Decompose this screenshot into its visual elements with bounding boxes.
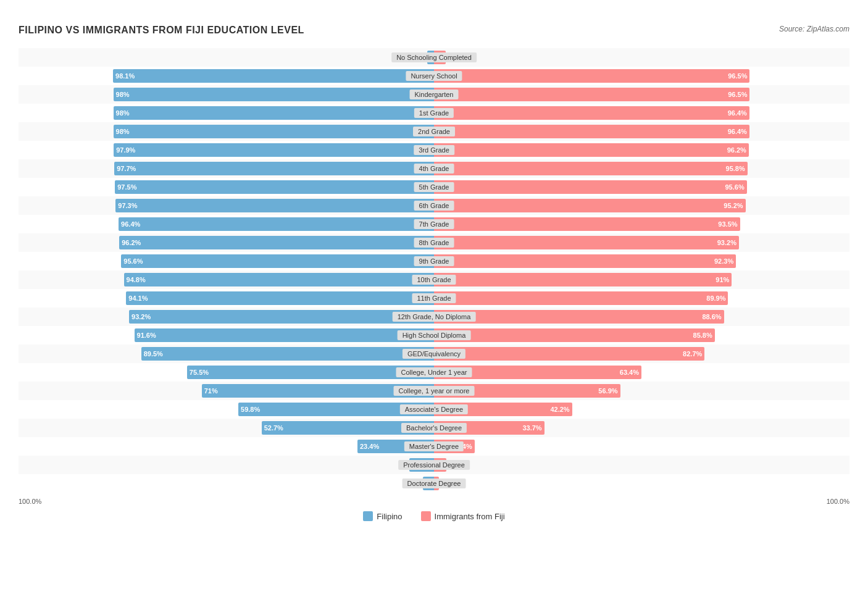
bar-value-right: 96.4% — [728, 128, 747, 135]
label-center: 7th Grade — [414, 219, 454, 229]
left-side: 94.8% — [19, 270, 434, 289]
left-side: 59.8% — [19, 400, 434, 419]
right-side: 3.7% — [434, 456, 849, 474]
label-center: GED/Equivalency — [403, 349, 465, 359]
left-side: 3.4% — [19, 474, 434, 493]
right-side: 96.2% — [434, 141, 849, 159]
left-side: 98% — [19, 122, 434, 141]
label-center: Professional Degree — [398, 460, 470, 470]
bar-row: 96.2% 8th Grade 93.2% — [19, 233, 849, 252]
bar-pink: 82.7% — [434, 347, 704, 361]
bar-value-right: 89.9% — [706, 295, 725, 302]
bar-value-left: 97.7% — [117, 165, 136, 172]
bar-value-left: 93.2% — [131, 313, 151, 320]
bar-row: 71% College, 1 year or more 56.9% — [19, 382, 849, 400]
left-side: 91.6% — [19, 326, 434, 345]
label-center: 9th Grade — [414, 256, 454, 266]
bar-value-left: 71% — [204, 387, 218, 395]
bar-blue: 98.1% — [113, 69, 434, 83]
bar-row: 93.2% 12th Grade, No Diploma 88.6% — [19, 307, 849, 326]
bar-value-left: 95.6% — [123, 257, 143, 265]
right-side: 96.4% — [434, 104, 849, 122]
bar-blue: 94.8% — [124, 273, 434, 286]
bar-row: 98% 1st Grade 96.4% — [19, 104, 849, 122]
bar-value-left: 75.5% — [190, 369, 209, 376]
bar-blue: 97.7% — [114, 162, 434, 175]
chart-header: FILIPINO VS IMMIGRANTS FROM FIJI EDUCATI… — [19, 25, 849, 36]
bar-blue: 98% — [114, 106, 434, 120]
axis-row: 100.0% 100.0% — [19, 498, 849, 505]
label-center: High School Diploma — [398, 330, 471, 340]
right-side: 89.9% — [434, 289, 849, 307]
bar-pink: 93.2% — [434, 236, 739, 249]
left-side: 52.7% — [19, 419, 434, 437]
label-center: 8th Grade — [414, 238, 454, 248]
bar-value-right: 95.6% — [725, 183, 744, 191]
bar-pink: 96.2% — [434, 143, 749, 157]
bar-pink: 88.6% — [434, 310, 724, 324]
label-center: College, 1 year or more — [394, 386, 475, 396]
bar-blue: 94.1% — [126, 291, 434, 305]
bar-row: 95.6% 9th Grade 92.3% — [19, 252, 849, 270]
bar-value-left: 98% — [116, 128, 130, 135]
bar-blue: 98% — [114, 125, 434, 138]
bar-pink: 95.2% — [434, 199, 746, 212]
bar-pink: 89.9% — [434, 291, 728, 305]
label-center: Bachelor's Degree — [401, 423, 467, 433]
right-side: 88.6% — [434, 307, 849, 326]
right-side: 96.5% — [434, 67, 849, 85]
bar-value-left: 89.5% — [144, 350, 163, 357]
bar-blue: 96.4% — [119, 217, 434, 231]
bar-blue: 89.5% — [141, 347, 434, 361]
right-side: 95.2% — [434, 196, 849, 215]
axis-label-left: 100.0% — [19, 498, 41, 505]
chart-container: FILIPINO VS IMMIGRANTS FROM FIJI EDUCATI… — [12, 12, 856, 533]
left-side: 23.4% — [19, 437, 434, 456]
right-side: 42.2% — [434, 400, 849, 419]
right-side: 92.3% — [434, 252, 849, 270]
bar-value-right: 96.5% — [728, 72, 747, 80]
bar-value-right: 96.4% — [728, 109, 747, 117]
bar-row: 96.4% 7th Grade 93.5% — [19, 215, 849, 233]
label-center: Master's Degree — [404, 441, 464, 451]
bar-pink: 92.3% — [434, 254, 736, 268]
left-side: 2% — [19, 48, 434, 67]
left-side: 96.4% — [19, 215, 434, 233]
bar-row: 3.4% Doctorate Degree 1.6% — [19, 474, 849, 493]
bar-blue: 98% — [114, 88, 434, 101]
bar-row: 91.6% High School Diploma 85.8% — [19, 326, 849, 345]
right-side: 56.9% — [434, 382, 849, 400]
bar-row: 97.9% 3rd Grade 96.2% — [19, 141, 849, 159]
bar-value-right: 95.8% — [726, 165, 745, 172]
label-center: Nursery School — [406, 71, 462, 81]
bar-value-right: 82.7% — [683, 350, 702, 357]
right-side: 93.5% — [434, 215, 849, 233]
label-center: Kindergarten — [410, 90, 459, 99]
legend-item-fiji: Immigrants from Fiji — [421, 511, 505, 521]
chart-source: Source: ZipAtlas.com — [779, 25, 849, 33]
label-center: 12th Grade, No Diploma — [393, 312, 476, 322]
bar-blue: 97.3% — [115, 199, 434, 212]
legend-label-filipino: Filipino — [377, 512, 402, 521]
left-side: 75.5% — [19, 363, 434, 382]
right-side: 85.8% — [434, 326, 849, 345]
label-center: 2nd Grade — [413, 127, 455, 136]
bar-row: 75.5% College, Under 1 year 63.4% — [19, 363, 849, 382]
bar-blue: 93.2% — [129, 310, 434, 324]
bar-value-left: 23.4% — [360, 443, 379, 450]
bar-value-right: 85.8% — [693, 332, 712, 339]
bar-blue: 95.6% — [121, 254, 434, 268]
bar-value-left: 52.7% — [264, 424, 283, 432]
bar-blue: 96.2% — [119, 236, 434, 249]
label-center: 11th Grade — [412, 293, 456, 303]
label-center: College, Under 1 year — [396, 367, 472, 377]
legend-label-fiji: Immigrants from Fiji — [435, 512, 505, 521]
bar-row: 98% 2nd Grade 96.4% — [19, 122, 849, 141]
bar-pink: 96.4% — [434, 125, 749, 138]
right-side: 1.6% — [434, 474, 849, 493]
bar-blue: 91.6% — [135, 328, 434, 342]
bar-pink: 95.8% — [434, 162, 748, 175]
left-side: 98% — [19, 104, 434, 122]
legend: Filipino Immigrants from Fiji — [19, 511, 849, 521]
bar-row: 52.7% Bachelor's Degree 33.7% — [19, 419, 849, 437]
